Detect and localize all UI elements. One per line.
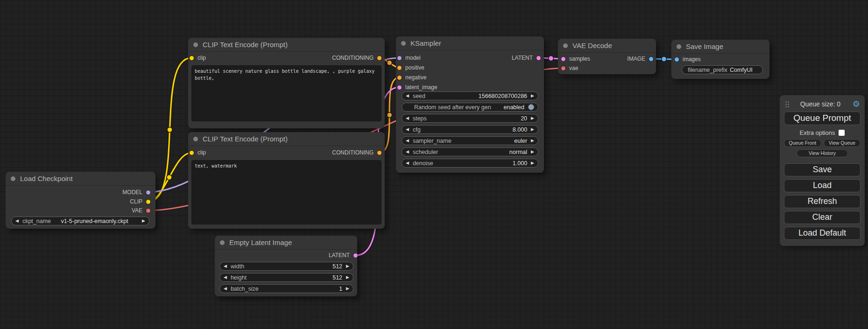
node-titlebar[interactable]: CLIP Text Encode (Prompt) xyxy=(188,38,385,52)
decrement-icon[interactable]: ◀ xyxy=(406,139,409,143)
increment-icon[interactable]: ▶ xyxy=(531,116,534,120)
output-label: CLIP xyxy=(130,198,142,205)
slot-row-vae: vae xyxy=(558,63,656,73)
output-label: CONDITIONING xyxy=(332,149,374,156)
queue-prompt-button[interactable]: Queue Prompt xyxy=(784,112,861,125)
clear-button[interactable]: Clear xyxy=(784,211,861,224)
decrement-icon[interactable]: ◀ xyxy=(406,161,409,165)
images-input-slot[interactable] xyxy=(675,57,679,62)
decrement-icon[interactable]: ◀ xyxy=(224,287,227,291)
model-input-slot[interactable] xyxy=(397,56,402,60)
load-default-button[interactable]: Load Default xyxy=(784,227,861,240)
slot-row-images: images xyxy=(671,55,769,64)
node-clip-text-encode-negative[interactable]: CLIP Text Encode (Prompt) clip CONDITION… xyxy=(188,132,385,229)
denoise-widget[interactable]: ◀ denoise 1.000 ▶ xyxy=(402,159,538,168)
input-label: vae xyxy=(569,65,578,71)
input-label: negative xyxy=(405,74,426,81)
collapse-dot-icon[interactable] xyxy=(193,137,198,141)
decrement-icon[interactable]: ◀ xyxy=(406,94,409,98)
vae-output-slot[interactable] xyxy=(146,209,150,213)
latent-output-slot[interactable] xyxy=(353,253,358,258)
node-vae-decode[interactable]: VAE Decode samples IMAGE vae xyxy=(558,39,656,74)
collapse-dot-icon[interactable] xyxy=(220,240,225,245)
collapse-dot-icon[interactable] xyxy=(563,43,568,48)
vae-input-slot[interactable] xyxy=(561,66,565,70)
cfg-widget[interactable]: ◀ cfg 8.000 ▶ xyxy=(402,125,538,134)
node-empty-latent-image[interactable]: Empty Latent Image LATENT ◀ width 512 ▶ … xyxy=(215,236,357,296)
samples-input-slot[interactable] xyxy=(561,57,565,61)
conditioning-output-slot[interactable] xyxy=(377,151,381,155)
increment-icon[interactable]: ▶ xyxy=(531,94,534,98)
collapse-dot-icon[interactable] xyxy=(11,176,15,181)
increment-icon[interactable]: ▶ xyxy=(531,127,534,132)
widget-label: width xyxy=(231,263,244,270)
seed-widget[interactable]: ◀ seed 156680208700286 ▶ xyxy=(402,91,538,100)
increment-icon[interactable]: ▶ xyxy=(346,275,349,280)
conditioning-output-slot[interactable] xyxy=(377,56,381,60)
input-label: positive xyxy=(405,64,424,71)
negative-prompt-textarea[interactable]: text, watermark xyxy=(191,160,381,224)
output-row-model: MODEL xyxy=(6,188,155,197)
decrement-icon[interactable]: ◀ xyxy=(224,264,227,268)
height-widget[interactable]: ◀ height 512 ▶ xyxy=(219,273,353,282)
widget-value: 1 xyxy=(259,286,342,292)
save-button[interactable]: Save xyxy=(784,163,861,176)
ckpt-name-widget[interactable]: ◀ ckpt_name v1-5-pruned-emaonly.ckpt ▶ xyxy=(11,217,149,225)
node-clip-text-encode-positive[interactable]: CLIP Text Encode (Prompt) clip CONDITION… xyxy=(188,38,385,128)
node-titlebar[interactable]: VAE Decode xyxy=(558,39,656,53)
decrement-icon[interactable]: ◀ xyxy=(406,116,409,120)
input-label: clip xyxy=(198,149,206,156)
refresh-button[interactable]: Refresh xyxy=(784,195,861,208)
batch-size-widget[interactable]: ◀ batch_size 1 ▶ xyxy=(219,284,353,293)
increment-icon[interactable]: ▶ xyxy=(531,139,534,143)
node-title: Save Image xyxy=(686,42,723,50)
node-ksampler[interactable]: KSampler model LATENT positive negative … xyxy=(396,36,544,173)
image-output-slot[interactable] xyxy=(649,57,653,61)
scheduler-widget[interactable]: ◀ scheduler normal ▶ xyxy=(402,147,538,156)
increment-icon[interactable]: ▶ xyxy=(142,219,145,223)
increment-icon[interactable]: ▶ xyxy=(531,161,534,165)
width-widget[interactable]: ◀ width 512 ▶ xyxy=(219,262,353,271)
sampler-name-widget[interactable]: ◀ sampler_name euler ▶ xyxy=(402,136,538,145)
node-save-image[interactable]: Save Image images filename_prefix ComfyU… xyxy=(671,40,769,79)
node-titlebar[interactable]: Load Checkpoint xyxy=(6,172,155,186)
decrement-icon[interactable]: ◀ xyxy=(406,150,409,154)
latent-image-input-slot[interactable] xyxy=(397,85,402,90)
queue-front-button[interactable]: Queue Front xyxy=(784,139,821,147)
view-history-button[interactable]: View History xyxy=(797,149,848,157)
clip-input-slot[interactable] xyxy=(190,56,194,60)
view-queue-button[interactable]: View Queue xyxy=(824,139,861,147)
positive-input-slot[interactable] xyxy=(397,66,402,70)
increment-icon[interactable]: ▶ xyxy=(346,287,349,291)
latent-output-slot[interactable] xyxy=(536,56,541,60)
random-seed-toggle-widget[interactable]: Random seed after every gen enabled xyxy=(402,103,538,112)
node-load-checkpoint[interactable]: Load Checkpoint MODEL CLIP VAE ◀ ckpt_na… xyxy=(6,172,155,229)
node-titlebar[interactable]: Empty Latent Image xyxy=(215,236,357,250)
decrement-icon[interactable]: ◀ xyxy=(406,127,409,132)
model-output-slot[interactable] xyxy=(146,190,150,195)
positive-prompt-textarea[interactable]: beautiful scenery nature glass bottle la… xyxy=(191,65,381,121)
collapse-dot-icon[interactable] xyxy=(193,42,198,47)
increment-icon[interactable]: ▶ xyxy=(531,150,534,154)
clip-output-slot[interactable] xyxy=(146,200,150,204)
collapse-dot-icon[interactable] xyxy=(401,41,406,46)
collapse-dot-icon[interactable] xyxy=(677,44,681,49)
toggle-dot[interactable] xyxy=(528,104,534,110)
clip-input-slot[interactable] xyxy=(190,151,194,155)
load-button[interactable]: Load xyxy=(784,179,861,192)
link-dot xyxy=(549,56,554,61)
negative-input-slot[interactable] xyxy=(397,76,402,80)
drag-handle-icon[interactable] xyxy=(785,101,787,103)
decrement-icon[interactable]: ◀ xyxy=(15,219,19,223)
slot-row: clip CONDITIONING xyxy=(188,53,385,63)
node-titlebar[interactable]: Save Image xyxy=(671,40,769,54)
extra-options-checkbox[interactable] xyxy=(839,130,845,136)
node-titlebar[interactable]: CLIP Text Encode (Prompt) xyxy=(188,132,385,146)
settings-gear-icon[interactable]: ⚙ xyxy=(853,100,860,108)
input-label: model xyxy=(405,55,421,61)
increment-icon[interactable]: ▶ xyxy=(346,264,349,268)
steps-widget[interactable]: ◀ steps 20 ▶ xyxy=(402,114,538,123)
node-titlebar[interactable]: KSampler xyxy=(396,36,544,50)
filename-prefix-widget[interactable]: filename_prefix ComfyUI xyxy=(682,65,763,74)
decrement-icon[interactable]: ◀ xyxy=(224,275,227,280)
